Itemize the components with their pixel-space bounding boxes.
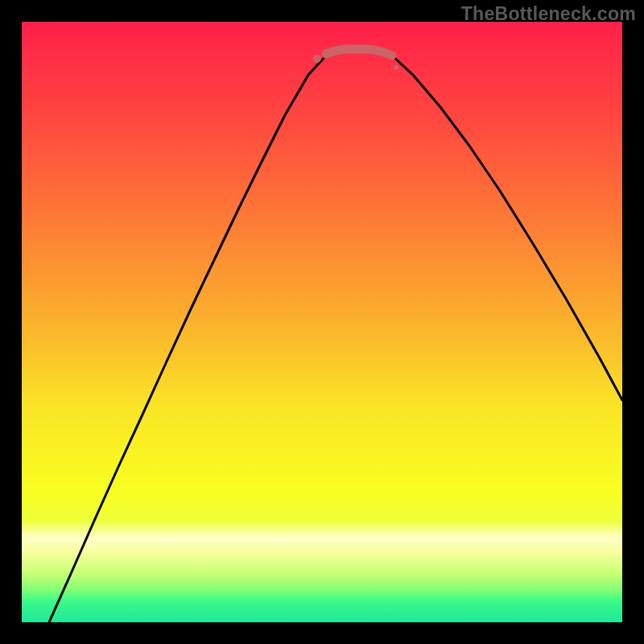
attribution-label: TheBottleneck.com (461, 3, 636, 25)
plot-frame (22, 22, 622, 622)
gradient-background (22, 22, 622, 622)
valley-dot-right (394, 65, 398, 70)
bottleneck-curve-chart (22, 22, 622, 622)
valley-dot-left (313, 55, 321, 63)
